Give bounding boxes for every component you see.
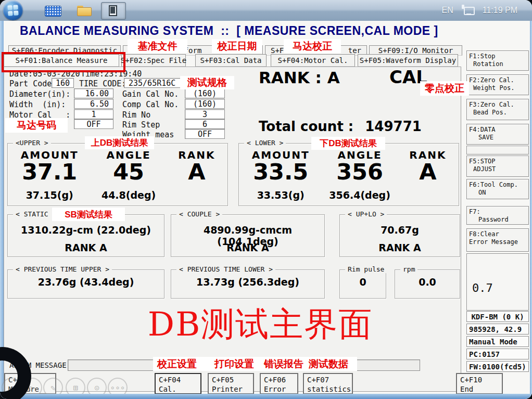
width-label: Width (in): (9, 100, 66, 109)
upper-angle-value: 45 (91, 160, 166, 184)
tab-motor-cal[interactable]: S+F04:Motor Cal. (271, 54, 355, 67)
lower-rank-value: A (397, 160, 459, 184)
language-indicator[interactable]: EN (441, 6, 453, 15)
diameter-field[interactable]: 16.00 (74, 88, 113, 98)
couple-panel: < COUPLE > 4890.99g-cmcm (104.1deg) RANK… (171, 214, 325, 257)
hidden-row-field[interactable]: OFF (74, 119, 113, 129)
annotation-motor-cal: 马达校正 (284, 39, 341, 53)
rim-step-field[interactable]: 6 (185, 119, 225, 129)
cf05-printer-button[interactable]: C+F05Printer (208, 373, 254, 394)
gain-cal-label: Gain Cal No. : (122, 89, 188, 99)
rim-pulse-caption: Rim pulse (345, 265, 387, 273)
rpm-value: 0.0 (395, 276, 460, 288)
cf07-statistics-button[interactable]: C+F07statistics (303, 373, 353, 394)
gain-cal-field[interactable]: (160) (185, 88, 225, 98)
diameter-label: Diameter(in): (9, 89, 70, 99)
lower-amount-sub: 33.53(g) (239, 189, 322, 201)
status-box-mode: Manual Mode (466, 336, 529, 347)
annotation-zero-cal: 零点校正 (420, 81, 469, 96)
part-code-field[interactable]: 160 (52, 78, 74, 88)
f7-password-button[interactable]: F7:Password (466, 206, 529, 225)
upper-amount-sub: 37.15(g) (8, 189, 91, 201)
network-display-icon[interactable] (462, 5, 474, 16)
annotation-lower-result: 下DB测试结果 (311, 137, 385, 150)
lower-amount-value: 33.5 (239, 160, 322, 184)
f1-stop-rotation-button[interactable]: F1:StopRotation (466, 50, 529, 71)
cf06-error-button[interactable]: C+F06Error (260, 373, 298, 394)
rim-no-label: Rim No : (122, 110, 188, 120)
f4-data-save-button[interactable]: F4:DATASAVE (466, 124, 529, 145)
rpm-panel: rpm 0.0 (395, 269, 460, 299)
prev-lower-caption: < PREVIOUS TIME LOWER > (176, 265, 275, 273)
status-box-pc: PC:0157 (466, 349, 529, 359)
f5-stop-adjust-button[interactable]: F5:STOPADJUST (466, 156, 529, 177)
highlight-box-balance-measure (2, 52, 125, 72)
annotation-motor-no: 马达号码 (5, 118, 68, 133)
tire-code-label: TIRE CODE: (79, 79, 126, 88)
couple-caption: < COUPLE > (176, 210, 222, 218)
annotation-sb-result: SB测试结果 (52, 208, 125, 221)
f8-clear-error-button[interactable]: F8:ClearError Message (466, 228, 529, 252)
tab-spec-file[interactable]: S+F02:Spec File (121, 54, 186, 67)
annotation-cal-setting: 校正设置 (155, 357, 199, 370)
prev-upper-caption: < PREVIOUS TIME UPPER > (13, 265, 112, 273)
annotation-main-caption: DB测试主界面 (120, 302, 401, 347)
taskbar: EN 11:19 PM (0, 0, 532, 22)
status-box-kdf: KDF-BM (0 K) (466, 311, 529, 322)
window-border-right (530, 21, 532, 399)
window-border-bottom (0, 394, 532, 399)
total-count: Total count :149771 (259, 119, 422, 134)
f6-tool-comp-button[interactable]: F6:Tool Comp.ON (466, 179, 529, 199)
lower-angle-value: 356 (322, 160, 397, 184)
app-window-icon (109, 5, 117, 16)
rim-pulse-panel: Rim pulse 0 (339, 269, 386, 299)
uplo-value: 70.67g (340, 224, 460, 236)
gauge-value: 0.7 (472, 281, 493, 295)
fkey-spacer (466, 146, 529, 155)
annotation-test-data: 测试数据 (307, 357, 350, 370)
rpm-caption: rpm (400, 265, 417, 273)
lower-angle-sub: 356.4(deg) (322, 189, 397, 201)
uplo-rank: RANK A (340, 242, 460, 253)
gauge-panel: 0.7 (466, 253, 529, 311)
cf04-cal-button[interactable]: C+F04Cal. (155, 373, 201, 394)
static-rank: RANK A (8, 242, 164, 253)
window-border-left (0, 21, 4, 399)
rim-pulse-value: 0 (340, 276, 386, 288)
tab-cal-data[interactable]: S+F03:Cal Data (195, 54, 267, 67)
folder-icon[interactable] (77, 6, 92, 16)
folder-body-icon (77, 7, 92, 16)
f3-zero-cal-bead-button[interactable]: F3:Zero Cal.Bead Pos. (466, 99, 529, 120)
screen: EN 11:19 PM BALANCE MEASURING SYSTEM :: … (0, 0, 532, 399)
clock[interactable]: 11:19 PM (483, 6, 517, 15)
cf10-end-button[interactable]: C+F10End (456, 373, 503, 394)
weight-meas-field[interactable]: OFF (185, 129, 225, 139)
comp-cal-field[interactable]: (160) (185, 99, 225, 109)
couple-rank: RANK A (171, 242, 324, 253)
motor-cal-field[interactable]: 1 (74, 109, 113, 119)
page-title: BALANCE MEASURING SYSTEM :: [ MEASURE SC… (20, 24, 438, 38)
prev-upper-panel: < PREVIOUS TIME UPPER > 23.76g (43.4deg) (7, 269, 164, 299)
status-box-fw: FW:0100(fcd5) (466, 361, 529, 372)
prev-lower-panel: < PREVIOUS TIME LOWER > 13.73g (256.3deg… (171, 269, 325, 299)
rim-step-label: Rim Step : (122, 120, 188, 130)
keyboard-icon[interactable] (45, 6, 61, 17)
tab-waveform-display[interactable]: S+F05:Waveform Display (358, 54, 458, 67)
upper-panel: <UPPER > AMOUNT ANGLE RANK 37.1 45 A 37.… (7, 143, 228, 206)
annotation-print-setting: 打印设置 (212, 357, 256, 370)
prev-lower-value: 13.73g (256.3deg) (171, 276, 324, 288)
taskbar-app-button[interactable] (101, 2, 126, 20)
start-button[interactable] (3, 1, 23, 20)
width-field[interactable]: 6.50 (74, 99, 113, 109)
upper-amount-value: 37.1 (8, 160, 91, 184)
f2-zero-cal-weight-button[interactable]: F2:Zero Cal.Weight Pos. (466, 74, 529, 95)
alarm-message-label: ALARM MESSAGE (9, 361, 67, 369)
annotation-test-spec: 测试规格 (180, 76, 234, 89)
lower-panel: < LOWER > AMOUNT ANGLE RANK 33.5 356 A 3… (238, 143, 459, 206)
annotation-upper-result: 上DB测试结果 (85, 136, 154, 149)
status-box-counter: 985928, 42.9 (466, 324, 529, 334)
rim-no-field[interactable]: 3 (185, 109, 225, 119)
upper-rank-value: A (166, 160, 227, 184)
windows-logo-icon (7, 5, 18, 16)
lower-caption: < LOWER > (244, 139, 286, 147)
